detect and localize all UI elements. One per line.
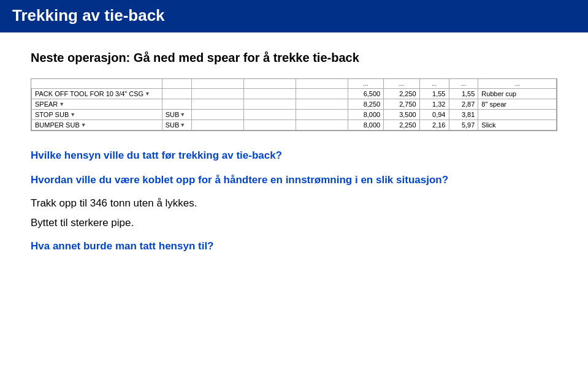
cell-n3-1: 1,32	[419, 99, 449, 110]
cell-n1-0: 6,500	[348, 89, 383, 99]
col-header-desc: ...	[478, 79, 557, 89]
cell-n2-1: 2,750	[384, 99, 419, 110]
statement-2: Byttet til sterkere pipe.	[31, 217, 557, 229]
cell-e2-1	[243, 99, 296, 110]
cell-desc-1: 8" spear	[478, 99, 557, 110]
cell-n2-0: 2,250	[384, 89, 419, 99]
cell-n3-0: 1,55	[419, 89, 449, 99]
cell-name-1: SPEAR ▼	[32, 99, 162, 110]
tool-table: ... ... ... ... ... PACK OFF TOOL FOR 10…	[31, 79, 557, 131]
cell-n3-3: 2,16	[419, 120, 449, 131]
main-content: Neste operasjon: Gå ned med spear for å …	[0, 32, 588, 275]
cell-n2-3: 2,250	[384, 120, 419, 131]
cell-n2-2: 3,500	[384, 110, 419, 120]
cell-e2-2	[243, 110, 296, 120]
cell-e3-1	[296, 99, 348, 110]
cell-n1-3: 8,000	[348, 120, 383, 131]
cell-e1-1	[191, 99, 243, 110]
cell-e1-3	[191, 120, 243, 131]
col-header-n3: ...	[419, 79, 449, 89]
table-header-row: ... ... ... ... ...	[32, 79, 557, 89]
cell-n4-2: 3,81	[449, 110, 478, 120]
page-title: Trekking av tie-back	[12, 6, 576, 25]
cell-e1-0	[191, 89, 243, 99]
table-row: SPEAR ▼ 8,2502,7501,322,878" spear	[32, 99, 557, 110]
cell-e3-0	[296, 89, 348, 99]
table-row: BUMPER SUB ▼ SUB ▼8,0002,2502,165,97Slic…	[32, 120, 557, 131]
cell-desc-3: Slick	[478, 120, 557, 131]
cell-name-3: BUMPER SUB ▼	[32, 120, 162, 131]
cell-e2-0	[243, 89, 296, 99]
final-question: Hva annet burde man tatt hensyn til?	[31, 239, 557, 254]
col-header-sub	[162, 79, 191, 89]
col-header-e3	[296, 79, 348, 89]
question-1: Hvilke hensyn ville du tatt før trekking…	[31, 148, 557, 163]
cell-sub-2: SUB ▼	[162, 110, 191, 120]
cell-e3-2	[296, 110, 348, 120]
table-row: PACK OFF TOOL FOR 10 3/4" CSG ▼ 6,5002,2…	[32, 89, 557, 99]
col-header-n4: ...	[449, 79, 478, 89]
col-header-n2: ...	[384, 79, 419, 89]
tool-table-container: ... ... ... ... ... PACK OFF TOOL FOR 10…	[31, 78, 557, 131]
statement-1: Trakk opp til 346 tonn uten å lykkes.	[31, 197, 557, 210]
table-body: PACK OFF TOOL FOR 10 3/4" CSG ▼ 6,5002,2…	[32, 89, 557, 131]
cell-desc-2	[478, 110, 557, 120]
cell-sub-0	[162, 89, 191, 99]
cell-name-2: STOP SUB ▼	[32, 110, 162, 120]
cell-n1-2: 8,000	[348, 110, 383, 120]
cell-e3-3	[296, 120, 348, 131]
cell-e1-2	[191, 110, 243, 120]
header-bar: Trekking av tie-back	[0, 0, 588, 32]
col-header-name	[32, 79, 162, 89]
cell-n4-3: 5,97	[449, 120, 478, 131]
cell-n4-1: 2,87	[449, 99, 478, 110]
cell-n4-0: 1,55	[449, 89, 478, 99]
cell-sub-1	[162, 99, 191, 110]
cell-name-0: PACK OFF TOOL FOR 10 3/4" CSG ▼	[32, 89, 162, 99]
question-2: Hvordan ville du være koblet opp for å h…	[31, 173, 557, 187]
cell-sub-3: SUB ▼	[162, 120, 191, 131]
col-header-n1: ...	[348, 79, 383, 89]
cell-n3-2: 0,94	[419, 110, 449, 120]
col-header-e2	[243, 79, 296, 89]
col-header-e1	[191, 79, 243, 89]
next-operation-label: Neste operasjon: Gå ned med spear for å …	[31, 51, 557, 65]
cell-desc-0: Rubber cup	[478, 89, 557, 99]
questions-section: Hvilke hensyn ville du tatt før trekking…	[31, 148, 557, 253]
table-row: STOP SUB ▼ SUB ▼8,0003,5000,943,81	[32, 110, 557, 120]
cell-e2-3	[243, 120, 296, 131]
cell-n1-1: 8,250	[348, 99, 383, 110]
